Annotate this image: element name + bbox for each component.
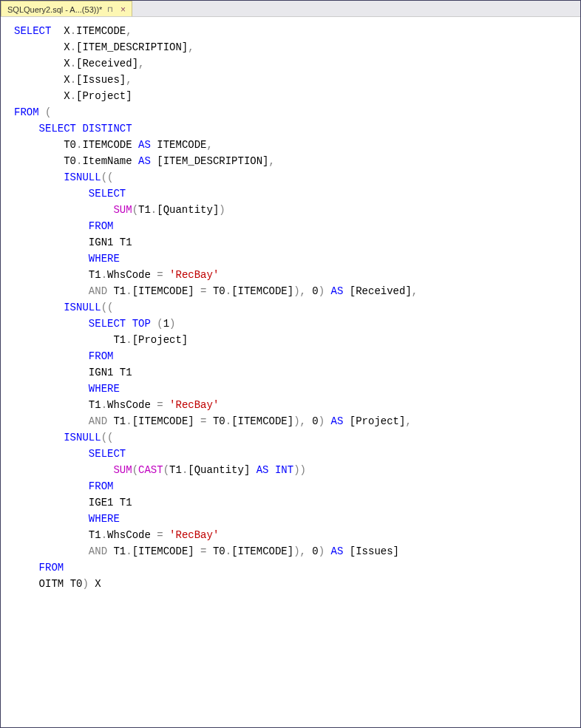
- document-tab[interactable]: SQLQuery2.sql - A...(53))* ⊓ ×: [1, 1, 132, 16]
- alias-t0: T0: [64, 139, 76, 151]
- dot: .: [101, 399, 107, 411]
- lpp: ((: [101, 432, 114, 443]
- kw-as: AS: [138, 139, 151, 151]
- col-whscode: WhsCode: [107, 399, 151, 411]
- col-itemcode-br: [ITEMCODE]: [231, 415, 293, 427]
- dot: .: [126, 334, 132, 346]
- pin-icon[interactable]: ⊓: [106, 6, 114, 13]
- kw-distinct: DISTINCT: [82, 123, 132, 135]
- kw-isnull: ISNULL: [64, 171, 101, 183]
- kw-from: FROM: [89, 480, 114, 492]
- comma: ,: [300, 415, 306, 427]
- kw-select: SELECT: [89, 188, 126, 200]
- dot: .: [151, 204, 157, 216]
- al-issues: [Issues]: [350, 545, 399, 557]
- kw-and: AND: [89, 545, 107, 557]
- eq: =: [157, 399, 163, 411]
- fn-sum: SUM: [113, 204, 132, 216]
- lparen: (: [132, 464, 138, 476]
- alias-t1: T1: [113, 415, 126, 427]
- kw-select: SELECT: [39, 123, 76, 135]
- kw-from: FROM: [14, 106, 39, 118]
- alias-x: X: [95, 578, 101, 590]
- kw-as: AS: [331, 285, 344, 297]
- str-recbay: 'RecBay': [169, 529, 219, 541]
- comma: ,: [269, 155, 275, 167]
- close-icon[interactable]: ×: [118, 5, 127, 14]
- dot: .: [225, 415, 231, 427]
- alias-x: X: [64, 74, 69, 86]
- alias-t1: T1: [89, 529, 101, 541]
- kw-select: SELECT: [89, 448, 126, 460]
- al-itemcode: ITEMCODE: [157, 139, 206, 151]
- dot: .: [225, 545, 231, 557]
- num-zero: 0: [312, 415, 318, 427]
- alias-x: X: [64, 58, 69, 69]
- rparen: ): [319, 285, 325, 297]
- num-one: 1: [163, 318, 169, 330]
- eq: =: [157, 269, 163, 281]
- col-itemcode-br: [ITEMCODE]: [231, 545, 293, 557]
- tab-bar: SQLQuery2.sql - A...(53))* ⊓ ×: [1, 1, 580, 17]
- alias-t0: T0: [213, 415, 225, 427]
- tab-title: SQLQuery2.sql - A...(53))*: [7, 5, 102, 14]
- col-desc: [ITEM_DESCRIPTION]: [76, 41, 188, 53]
- comma: ,: [126, 25, 132, 37]
- comma: ,: [412, 285, 418, 297]
- col-qty: [Quantity]: [157, 204, 219, 216]
- tbl-ign1: IGN1: [89, 237, 114, 248]
- comma: ,: [126, 74, 132, 86]
- rparen: ): [219, 204, 225, 216]
- alias-t1: T1: [120, 237, 132, 248]
- dot: .: [101, 529, 107, 541]
- kw-isnull: ISNULL: [64, 302, 101, 313]
- fn-cast: CAST: [138, 464, 163, 476]
- comma: ,: [405, 415, 411, 427]
- kw-where: WHERE: [89, 253, 120, 265]
- kw-top: TOP: [132, 318, 151, 330]
- eq: =: [200, 285, 206, 297]
- col-itemcode: ITEMCODE: [82, 139, 132, 151]
- col-project: [Project]: [132, 334, 188, 346]
- code-editor[interactable]: SELECT X.ITEMCODE, X.[ITEM_DESCRIPTION],…: [1, 17, 580, 598]
- alias-x: X: [64, 25, 69, 37]
- kw-as: AS: [331, 545, 344, 557]
- dot: .: [225, 285, 231, 297]
- col-received: [Received]: [76, 58, 138, 69]
- comma: ,: [207, 139, 213, 151]
- dot: .: [126, 415, 132, 427]
- eq: =: [200, 415, 206, 427]
- comma: ,: [300, 545, 306, 557]
- col-itemcode-br: [ITEMCODE]: [132, 415, 194, 427]
- alias-t1: T1: [120, 497, 132, 508]
- al-project: [Project]: [350, 415, 406, 427]
- alias-t1: T1: [120, 367, 132, 378]
- dot: .: [126, 285, 132, 297]
- alias-t0: T0: [70, 578, 83, 590]
- lparen: (: [45, 106, 51, 118]
- kw-from: FROM: [89, 220, 114, 232]
- col-itemcode-br: [ITEMCODE]: [132, 545, 194, 557]
- col-project: [Project]: [76, 90, 132, 102]
- comma: ,: [188, 41, 194, 53]
- al-received: [Received]: [350, 285, 412, 297]
- rparen: ): [293, 545, 299, 557]
- rparen: ): [293, 285, 299, 297]
- alias-x: X: [64, 41, 69, 53]
- tbl-oitm: OITM: [39, 578, 64, 590]
- dot: .: [70, 41, 76, 53]
- dot: .: [70, 90, 76, 102]
- alias-t1: T1: [113, 545, 126, 557]
- num-zero: 0: [312, 545, 318, 557]
- rparen: ): [82, 578, 88, 590]
- dot: .: [70, 74, 76, 86]
- rpp: )): [293, 464, 306, 476]
- fn-sum: SUM: [113, 464, 132, 476]
- lparen: (: [163, 464, 169, 476]
- kw-select: SELECT: [14, 25, 51, 37]
- str-recbay: 'RecBay': [169, 399, 219, 411]
- lparen: (: [157, 318, 163, 330]
- lparen: (: [132, 204, 138, 216]
- kw-as: AS: [256, 464, 269, 476]
- alias-t0: T0: [64, 155, 76, 167]
